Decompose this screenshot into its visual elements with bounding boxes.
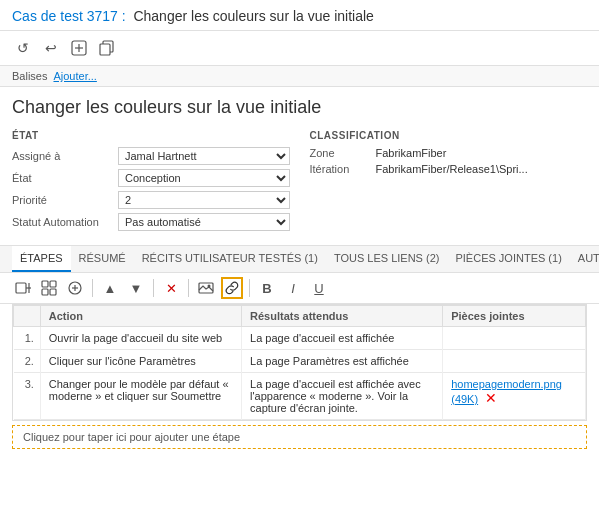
step-num: 1. (14, 327, 41, 350)
select-priorite[interactable]: 2 (118, 191, 290, 209)
table-row: 1. Ouvrir la page d'accueil du site web … (14, 327, 586, 350)
link-icon (225, 280, 239, 296)
form-section-label-left: ÉTAT (12, 130, 290, 141)
refresh-button[interactable]: ↺ (12, 37, 34, 59)
tags-add-button[interactable]: Ajouter... (53, 70, 96, 82)
form-columns: ÉTAT Assigné à Jamal Hartnett État Conce… (12, 130, 587, 235)
form-row-assigned: Assigné à Jamal Hartnett (12, 147, 290, 165)
add-button[interactable] (68, 37, 90, 59)
steps-container: Action Résultats attendus Pièces jointes… (0, 304, 599, 457)
insert-step-button[interactable] (38, 277, 60, 299)
table-row: 2. Cliquer sur l'icône Paramètres La pag… (14, 350, 586, 373)
svg-rect-10 (42, 289, 48, 295)
tab-etapes[interactable]: ÉTAPES (12, 246, 71, 272)
delete-button[interactable]: ✕ (160, 277, 182, 299)
main-toolbar: ↺ ↩ (0, 31, 599, 66)
tags-label: Balises (12, 70, 47, 82)
create-shared-button[interactable] (64, 277, 86, 299)
form-col-left: ÉTAT Assigné à Jamal Hartnett État Conce… (12, 130, 290, 235)
divider-2 (153, 279, 154, 297)
form-section-label-right: CLASSIFICATION (310, 130, 588, 141)
label-iteration: Itération (310, 163, 370, 175)
form-row-etat: État Conception Iteration (12, 169, 290, 187)
divider-3 (188, 279, 189, 297)
step-num: 3. (14, 373, 41, 420)
step-action[interactable]: Ouvrir la page d'accueil du site web (40, 327, 241, 350)
add-step-button[interactable] (12, 277, 34, 299)
value-iteration: FabrikamFiber/Release1\Spri... (376, 163, 588, 175)
insert-image-button[interactable] (195, 277, 217, 299)
step-result[interactable]: La page Paramètres est affichée (242, 350, 443, 373)
divider-1 (92, 279, 93, 297)
tab-pieces[interactable]: PIÈCES JOINTES (1) (447, 246, 569, 272)
svg-rect-9 (50, 281, 56, 287)
col-header-attachment: Pièces jointes (443, 306, 586, 327)
header: Cas de test 3717 : Changer les couleurs … (0, 0, 599, 31)
step-action[interactable]: Cliquer sur l'icône Paramètres (40, 350, 241, 373)
step-result[interactable]: La page d'accueil est affichée (242, 327, 443, 350)
tags-row: Balises Ajouter... (0, 66, 599, 87)
add-icon (71, 40, 87, 56)
col-header-result: Résultats attendus (242, 306, 443, 327)
tab-resume[interactable]: RÉSUMÉ (71, 246, 134, 272)
image-icon (198, 280, 214, 296)
select-automation[interactable]: Pas automatisé (118, 213, 290, 231)
copy-button[interactable] (96, 37, 118, 59)
form-title: Changer les couleurs sur la vue initiale (12, 97, 587, 118)
tab-liens[interactable]: TOUS LES LIENS (2) (326, 246, 448, 272)
select-etat[interactable]: Conception Iteration (118, 169, 290, 187)
svg-rect-8 (42, 281, 48, 287)
tab-recits[interactable]: RÉCITS UTILISATEUR TESTÉS (1) (134, 246, 326, 272)
step-result[interactable]: La page d'accueil est affichée avec l'ap… (242, 373, 443, 420)
select-assigned[interactable]: Jamal Hartnett (118, 147, 290, 165)
svg-rect-11 (50, 289, 56, 295)
step-action[interactable]: Changer pour le modèle par défaut « mode… (40, 373, 241, 420)
label-zone: Zone (310, 147, 370, 159)
form-row-automation: Statut Automation Pas automatisé (12, 213, 290, 231)
bold-button[interactable]: B (256, 277, 278, 299)
case-id: Cas de test 3717 : (12, 8, 126, 24)
italic-button[interactable]: I (282, 277, 304, 299)
add-step-label[interactable]: Cliquez pour taper ici pour ajouter une … (13, 426, 586, 448)
svg-rect-4 (100, 44, 110, 55)
tabs-bar: ÉTAPES RÉSUMÉ RÉCITS UTILISATEUR TESTÉS … (0, 246, 599, 273)
header-title-text: Changer les couleurs sur la vue initiale (133, 8, 373, 24)
move-down-button[interactable]: ▼ (125, 277, 147, 299)
attachment-link[interactable]: homepagemodern.png (49K) (451, 378, 562, 405)
divider-4 (249, 279, 250, 297)
col-header-num (14, 306, 41, 327)
label-etat: État (12, 172, 112, 184)
label-priorite: Priorité (12, 194, 112, 206)
col-header-action: Action (40, 306, 241, 327)
underline-button[interactable]: U (308, 277, 330, 299)
step-attachment: homepagemodern.png (49K) ✕ (443, 373, 586, 420)
insert-icon (41, 280, 57, 296)
form-row-iteration: Itération FabrikamFiber/Release1\Spri... (310, 163, 588, 175)
step-attachment (443, 350, 586, 373)
label-assigned: Assigné à (12, 150, 112, 162)
table-row: 3. Changer pour le modèle par défaut « m… (14, 373, 586, 420)
add-step-row[interactable]: Cliquez pour taper ici pour ajouter une … (12, 425, 587, 449)
step-toolbar: ▲ ▼ ✕ B I U (0, 273, 599, 304)
tab-automation[interactable]: AUTOMATION ASSOC... (570, 246, 599, 272)
svg-point-16 (208, 285, 211, 288)
form-col-right: CLASSIFICATION Zone FabrikamFiber Itérat… (310, 130, 588, 235)
link-button[interactable] (221, 277, 243, 299)
value-zone: FabrikamFiber (376, 147, 588, 159)
move-up-button[interactable]: ▲ (99, 277, 121, 299)
label-automation: Statut Automation (12, 216, 112, 228)
copy-icon (99, 40, 115, 56)
step-num: 2. (14, 350, 41, 373)
header-title: Cas de test 3717 : Changer les couleurs … (12, 8, 587, 24)
add-step-icon (15, 280, 31, 296)
undo-button[interactable]: ↩ (40, 37, 62, 59)
svg-rect-5 (16, 283, 26, 293)
step-attachment (443, 327, 586, 350)
steps-table: Action Résultats attendus Pièces jointes… (13, 305, 586, 420)
form-area: Changer les couleurs sur la vue initiale… (0, 87, 599, 246)
delete-attachment-icon[interactable]: ✕ (485, 390, 497, 406)
steps-table-wrap: Action Résultats attendus Pièces jointes… (12, 304, 587, 421)
create-shared-icon (67, 280, 83, 296)
form-row-priorite: Priorité 2 (12, 191, 290, 209)
form-row-zone: Zone FabrikamFiber (310, 147, 588, 159)
